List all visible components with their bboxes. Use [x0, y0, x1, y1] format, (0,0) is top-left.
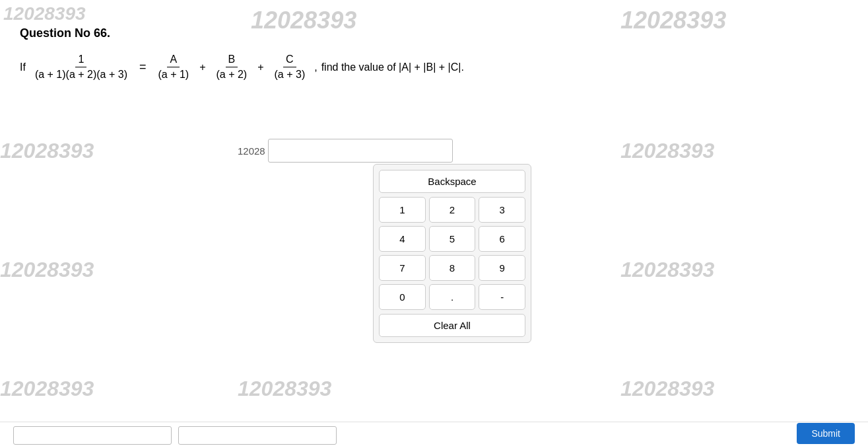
numpad-minus[interactable]: -	[479, 284, 525, 310]
fraction-b-numerator: B	[226, 54, 238, 67]
main-denominator: (a + 1)(a + 2)(a + 3)	[32, 67, 130, 81]
clear-all-button[interactable]: Clear All	[379, 314, 525, 337]
numpad-3[interactable]: 3	[479, 197, 525, 223]
question-title: Question No 66.	[20, 26, 848, 40]
answer-input[interactable]	[268, 139, 453, 163]
backspace-row: Backspace	[379, 170, 525, 193]
numpad-4[interactable]: 4	[379, 226, 426, 252]
fraction-a-denominator: (a + 1)	[155, 67, 191, 81]
main-fraction: 1 (a + 1)(a + 2)(a + 3)	[32, 54, 130, 81]
numpad-5[interactable]: 5	[429, 226, 476, 252]
numpad-container: Backspace 1 2 3 4 5 6 7 8 9 0 . - Clear …	[373, 164, 531, 343]
numpad-grid: 1 2 3 4 5 6 7 8 9 0 . -	[379, 197, 525, 310]
plus-1: +	[199, 61, 205, 73]
numpad-9[interactable]: 9	[479, 255, 525, 281]
submit-button[interactable]: Submit	[797, 423, 855, 444]
numpad-2[interactable]: 2	[429, 197, 476, 223]
clear-row: Clear All	[379, 314, 525, 337]
bottom-input-1[interactable]	[13, 426, 172, 445]
equals-sign: =	[139, 60, 147, 74]
watermark-9: 12028393	[620, 377, 714, 401]
watermark-6: 12028393	[620, 258, 714, 282]
watermark-8: 12028393	[238, 377, 331, 401]
main-numerator: 1	[75, 54, 86, 67]
bottom-input-2[interactable]	[178, 426, 337, 445]
numpad-8[interactable]: 8	[429, 255, 476, 281]
watermark-5: 12028393	[0, 258, 94, 282]
comma-text: ,	[314, 61, 317, 73]
numpad-6[interactable]: 6	[479, 226, 525, 252]
watermark-3: 12028393	[0, 139, 94, 163]
watermark-7: 12028393	[0, 377, 94, 401]
numpad-1[interactable]: 1	[379, 197, 426, 223]
backspace-button[interactable]: Backspace	[379, 170, 525, 193]
plus-2: +	[257, 61, 263, 73]
answer-input-row: 12028	[238, 139, 453, 163]
fraction-a: A (a + 1)	[155, 54, 191, 81]
watermark-inline: 12028	[238, 145, 265, 157]
math-question: If 1 (a + 1)(a + 2)(a + 3) = A (a + 1) +…	[20, 54, 848, 81]
fraction-c: C (a + 3)	[272, 54, 308, 81]
if-text: If	[20, 61, 26, 73]
numpad-dot[interactable]: .	[429, 284, 476, 310]
numpad-0[interactable]: 0	[379, 284, 426, 310]
fraction-a-numerator: A	[167, 54, 180, 67]
fraction-b: B (a + 2)	[214, 54, 250, 81]
fraction-c-denominator: (a + 3)	[272, 67, 308, 81]
find-text: find the value of |A| + |B| + |C|.	[321, 61, 464, 73]
numpad-7[interactable]: 7	[379, 255, 426, 281]
bottom-bar	[0, 422, 868, 448]
question-area: Question No 66. If 1 (a + 1)(a + 2)(a + …	[0, 13, 868, 114]
fraction-c-numerator: C	[283, 54, 296, 67]
watermark-4: 12028393	[620, 139, 714, 163]
fraction-b-denominator: (a + 2)	[214, 67, 250, 81]
